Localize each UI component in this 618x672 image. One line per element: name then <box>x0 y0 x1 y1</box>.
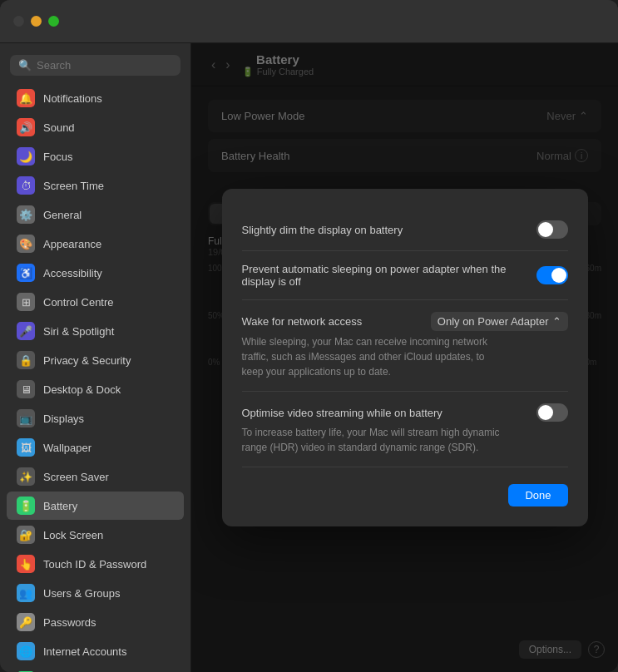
modal-option-wake-network: Wake for network access Only on Power Ad… <box>242 300 568 392</box>
sidebar-item-label-passwords: Passwords <box>43 616 96 629</box>
focus-icon: 🌙 <box>17 147 35 166</box>
minimize-button[interactable] <box>31 16 42 27</box>
sidebar-item-label-wallpaper: Wallpaper <box>43 442 91 454</box>
wake-network-select[interactable]: Only on Power Adapter ⌃ <box>431 312 568 331</box>
sidebar-item-label-lockscreen: Lock Screen <box>43 529 103 541</box>
optimise-video-desc: To increase battery life, your Mac will … <box>242 425 508 455</box>
prevent-sleep-toggle[interactable] <box>536 266 568 284</box>
sidebar-item-screentime[interactable]: ⏱Screen Time <box>7 171 184 200</box>
close-button[interactable] <box>13 16 24 27</box>
dim-display-label: Slightly dim the display on battery <box>242 224 403 236</box>
sidebar-item-label-battery: Battery <box>43 500 77 512</box>
modal-overlay: Slightly dim the display on battery Prev… <box>191 43 618 672</box>
battery-options-modal: Slightly dim the display on battery Prev… <box>222 189 588 526</box>
wallpaper-icon: 🖼 <box>17 438 35 457</box>
sidebar-item-gamecenter[interactable]: 🎮Game Center <box>7 666 184 672</box>
sidebar-item-wallpaper[interactable]: 🖼Wallpaper <box>7 433 184 462</box>
traffic-lights <box>13 16 59 27</box>
modal-footer: Done <box>242 484 568 506</box>
sidebar-item-siri[interactable]: 🎤Siri & Spotlight <box>7 317 184 345</box>
sound-icon: 🔊 <box>17 118 35 136</box>
sidebar-item-accessibility[interactable]: ♿Accessibility <box>7 259 184 287</box>
modal-option-optimise-video: Optimise video streaming while on batter… <box>242 392 568 467</box>
modal-option-dim-row: Slightly dim the display on battery <box>242 220 568 239</box>
sidebar-item-label-focus: Focus <box>43 151 72 163</box>
sidebar-item-label-siri: Siri & Spotlight <box>43 325 114 338</box>
sidebar-item-label-controlcenter: Control Centre <box>43 296 114 309</box>
lockscreen-icon: 🔐 <box>17 526 35 544</box>
sidebar-item-label-accessibility: Accessibility <box>43 267 102 279</box>
dim-display-knob <box>538 222 553 237</box>
sidebar-item-label-desktop: Desktop & Dock <box>43 383 121 396</box>
search-icon: 🔍 <box>18 59 32 72</box>
sidebar-item-label-screentime: Screen Time <box>43 180 104 192</box>
sidebar-item-desktop[interactable]: 🖥Desktop & Dock <box>7 375 184 403</box>
sidebar: 🔍 🔔Notifications🔊Sound🌙Focus⏱Screen Time… <box>0 43 191 672</box>
sidebar-item-label-notifications: Notifications <box>43 92 102 105</box>
sidebar-item-lockscreen[interactable]: 🔐Lock Screen <box>7 521 184 549</box>
sidebar-item-controlcenter[interactable]: ⊞Control Centre <box>7 288 184 316</box>
system-preferences-window: 🔍 🔔Notifications🔊Sound🌙Focus⏱Screen Time… <box>0 0 618 672</box>
sidebar-item-users[interactable]: 👥Users & Groups <box>7 579 184 607</box>
search-input[interactable] <box>37 59 172 72</box>
sidebar-item-touchid[interactable]: 👆Touch ID & Password <box>7 550 184 578</box>
sidebar-item-general[interactable]: ⚙️General <box>7 200 184 229</box>
touchid-icon: 👆 <box>17 555 35 573</box>
sidebar-item-label-displays: Displays <box>43 413 84 425</box>
sidebar-item-internetaccounts[interactable]: 🌐Internet Accounts <box>7 637 184 665</box>
optimise-video-toggle[interactable] <box>536 403 568 422</box>
modal-option-video-row: Optimise video streaming while on batter… <box>242 403 568 422</box>
sidebar-item-displays[interactable]: 📺Displays <box>7 404 184 432</box>
sidebar-item-sound[interactable]: 🔊Sound <box>7 113 184 141</box>
done-button[interactable]: Done <box>508 484 567 506</box>
main-layout: 🔍 🔔Notifications🔊Sound🌙Focus⏱Screen Time… <box>0 43 618 672</box>
sidebar-item-label-touchid: Touch ID & Password <box>43 558 146 571</box>
sidebar-items: 🔔Notifications🔊Sound🌙Focus⏱Screen Time⚙️… <box>0 84 190 672</box>
battery-icon: 🔋 <box>17 497 35 515</box>
prevent-sleep-label: Prevent automatic sleeping on power adap… <box>242 263 525 288</box>
sidebar-item-label-privacy: Privacy & Security <box>43 354 131 367</box>
notifications-icon: 🔔 <box>17 89 35 107</box>
appearance-icon: 🎨 <box>17 235 35 253</box>
maximize-button[interactable] <box>48 16 59 27</box>
controlcenter-icon: ⊞ <box>17 293 35 311</box>
wake-network-value: Only on Power Adapter <box>438 315 549 328</box>
modal-option-wake-row: Wake for network access Only on Power Ad… <box>242 312 568 331</box>
optimise-video-knob <box>538 405 553 420</box>
content-area: ‹ › Battery 🔋 Fully Charged Low Power Mo… <box>191 43 618 672</box>
select-chevron-icon: ⌃ <box>552 315 561 328</box>
sidebar-item-focus[interactable]: 🌙Focus <box>7 142 184 170</box>
sidebar-item-label-sound: Sound <box>43 121 75 134</box>
users-icon: 👥 <box>17 584 35 602</box>
dim-display-toggle[interactable] <box>536 220 568 239</box>
sidebar-item-notifications[interactable]: 🔔Notifications <box>7 84 184 112</box>
passwords-icon: 🔑 <box>17 613 35 631</box>
sidebar-item-battery[interactable]: 🔋Battery <box>7 492 184 520</box>
privacy-icon: 🔒 <box>17 351 35 369</box>
desktop-icon: 🖥 <box>17 380 35 398</box>
internetaccounts-icon: 🌐 <box>17 642 35 660</box>
sidebar-item-privacy[interactable]: 🔒Privacy & Security <box>7 346 184 374</box>
wake-network-label: Wake for network access <box>242 315 363 328</box>
search-box[interactable]: 🔍 <box>10 55 180 76</box>
sidebar-item-label-appearance: Appearance <box>43 238 101 250</box>
sidebar-item-label-internetaccounts: Internet Accounts <box>43 645 126 658</box>
siri-icon: 🎤 <box>17 322 35 340</box>
prevent-sleep-knob <box>551 268 566 283</box>
modal-option-dim-display: Slightly dim the display on battery <box>242 209 568 251</box>
screensaver-icon: ✨ <box>17 467 35 486</box>
sidebar-item-screensaver[interactable]: ✨Screen Saver <box>7 462 184 491</box>
wake-network-desc: While sleeping, your Mac can receive inc… <box>242 334 508 379</box>
displays-icon: 📺 <box>17 409 35 427</box>
optimise-video-label: Optimise video streaming while on batter… <box>242 407 442 419</box>
screentime-icon: ⏱ <box>17 176 35 195</box>
sidebar-item-passwords[interactable]: 🔑Passwords <box>7 608 184 636</box>
modal-option-prevent-sleep: Prevent automatic sleeping on power adap… <box>242 251 568 300</box>
sidebar-item-label-screensaver: Screen Saver <box>43 471 109 483</box>
sidebar-item-appearance[interactable]: 🎨Appearance <box>7 230 184 258</box>
modal-option-sleep-row: Prevent automatic sleeping on power adap… <box>242 263 568 288</box>
accessibility-icon: ♿ <box>17 264 35 282</box>
sidebar-item-label-users: Users & Groups <box>43 587 120 600</box>
general-icon: ⚙️ <box>17 205 35 224</box>
sidebar-item-label-general: General <box>43 209 82 221</box>
